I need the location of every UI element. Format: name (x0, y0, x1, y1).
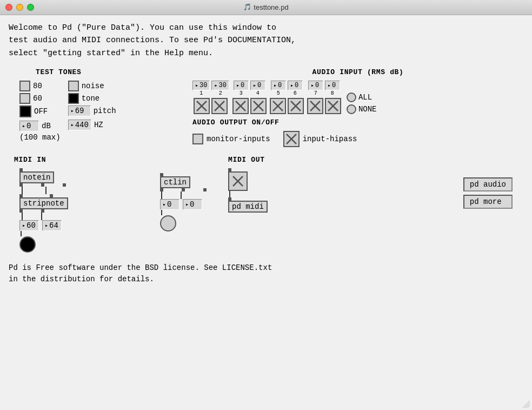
toggle-tone[interactable] (68, 93, 79, 104)
monitor-inputs-checkbox[interactable] (192, 134, 203, 144)
midi-bang[interactable] (19, 236, 36, 253)
minimize-button[interactable] (16, 4, 23, 11)
ch6-numbox[interactable]: 0 (288, 81, 303, 90)
ch7-checkbox[interactable] (307, 98, 323, 114)
midi-in-label: MIDI IN (14, 156, 133, 164)
toggle-80[interactable] (19, 81, 30, 91)
midi-out-label: MIDI OUT (228, 156, 268, 164)
ctlin-wire-2 (181, 191, 182, 199)
window-icon: 🎵 (243, 3, 251, 11)
monitor-inputs-row: monitor-inputs (192, 134, 270, 144)
ch8-wrap: 0 8 (325, 81, 340, 96)
audio-output-section: AUDIO OUTPUT ON/OFF monitor-inputs input… (192, 118, 523, 147)
ctlin-numbox-1[interactable]: 0 (160, 199, 179, 210)
stripnote-object[interactable]: stripnote (19, 197, 68, 209)
ctlin-object[interactable]: ctlin (160, 176, 190, 188)
pd-audio-button[interactable]: pd audio (463, 177, 513, 191)
wire-1 (22, 187, 23, 194)
max-note: (100 max) (19, 133, 61, 142)
input-hipass-checkbox[interactable] (283, 131, 300, 147)
ch3-checkbox[interactable] (232, 98, 249, 114)
ch8-numbox[interactable]: 0 (325, 81, 340, 90)
tone-buttons: 80 60 OFF 0 (19, 81, 61, 142)
toggle-60[interactable] (19, 93, 30, 104)
ch1-checkbox[interactable] (194, 98, 210, 114)
all-row: ALL (347, 92, 372, 102)
midi-numbox-64[interactable]: 64 (42, 220, 62, 231)
audio-output-controls: monitor-inputs input-hipass (192, 131, 523, 147)
stripnote-block: stripnote (19, 194, 133, 213)
none-label: NONE (358, 105, 377, 114)
pd-midi-object[interactable]: pd midi (228, 201, 268, 213)
ctlin-wire-1 (161, 191, 162, 199)
hz-row: 440 HZ (68, 120, 116, 130)
ch6-checkbox[interactable] (288, 98, 304, 114)
ch4-wrap: 0 4 (250, 81, 265, 96)
ctlin-circle[interactable] (160, 215, 176, 232)
ch1-wrap: 30 1 (192, 81, 210, 96)
channel-group-56: 0 5 0 6 (270, 81, 304, 114)
ch5-label: 5 (277, 90, 280, 96)
maximize-button[interactable] (27, 4, 34, 11)
close-button[interactable] (5, 4, 12, 11)
db-numbox[interactable]: 0 (19, 121, 39, 131)
midi-numbox-60[interactable]: 60 (19, 220, 39, 231)
stripnote-wires (21, 213, 133, 220)
ch7-numbox[interactable]: 0 (308, 81, 323, 90)
ch6-label: 6 (294, 90, 297, 96)
ch-numboxes-78: 0 7 0 8 (308, 81, 340, 96)
tone-label: tone (82, 94, 100, 103)
ch5-checkbox[interactable] (270, 98, 286, 114)
right-buttons: pd audio pd more (463, 177, 513, 209)
footer: Pd is Free software under the BSD licens… (9, 262, 523, 286)
midi-numboxes-row: 60 64 (19, 220, 133, 231)
hz-label: HZ (94, 121, 103, 129)
ch7-wrap: 0 7 (308, 81, 323, 96)
ch8-checkbox[interactable] (325, 98, 341, 114)
midi-out-section: MIDI OUT pd midi (228, 156, 268, 213)
midi-out-inner: pd midi (228, 168, 268, 213)
ch4-numbox[interactable]: 0 (250, 81, 265, 90)
midi-in-section: MIDI IN notein (14, 156, 133, 253)
window-title: testtone.pd (254, 3, 288, 11)
tone-row-80: 80 (19, 81, 61, 91)
hz-numbox[interactable]: 440 (68, 120, 91, 130)
ctlin-wire-bot (161, 210, 162, 215)
audio-input-section: AUDIO INPUT (RMS dB) 30 1 30 2 (192, 68, 523, 147)
toggle-off[interactable] (19, 105, 31, 117)
ch3-numbox[interactable]: 0 (234, 81, 249, 90)
ch-numboxes-12: 30 1 30 2 (192, 81, 229, 96)
ch3-label: 3 (240, 90, 243, 96)
notein-object[interactable]: notein (19, 171, 54, 183)
ch2-checkbox[interactable] (211, 98, 228, 114)
audio-output-label: AUDIO OUTPUT ON/OFF (192, 118, 523, 127)
input-hipass-label: input-hipass (303, 135, 357, 143)
toggle-noise[interactable] (68, 81, 79, 91)
pitch-numbox[interactable]: 69 (68, 105, 91, 116)
welcome-line3: select "getting started" in the Help men… (9, 47, 523, 59)
welcome-line2: test audio and MIDI connections. To see … (9, 34, 523, 47)
ch2-wrap: 30 2 (211, 81, 229, 96)
notein-outlet-3 (63, 183, 66, 187)
notein-wires (21, 187, 133, 194)
ch1-numbox[interactable]: 30 (192, 81, 210, 90)
audio-input-label: AUDIO INPUT (RMS dB) (192, 68, 523, 76)
ch2-numbox[interactable]: 30 (211, 81, 229, 90)
ch4-checkbox[interactable] (250, 98, 267, 114)
monitor-inputs-label: monitor-inputs (207, 135, 270, 143)
midi-out-wire (229, 191, 230, 197)
notein-outlets (19, 183, 66, 187)
noise-label: noise (82, 82, 104, 90)
none-radio[interactable] (347, 104, 356, 114)
midi-in-objects: notein (14, 168, 133, 253)
midi-out-checkbox[interactable] (228, 171, 248, 191)
all-radio[interactable] (347, 92, 356, 102)
ctlin-numbox-2[interactable]: 0 (183, 199, 202, 210)
midi-bottom-widgets (19, 236, 133, 253)
ctlin-outlet-2 (182, 188, 185, 191)
all-label: ALL (358, 93, 372, 102)
audio-channels: 30 1 30 2 (192, 81, 523, 114)
pd-more-button[interactable]: pd more (463, 195, 513, 209)
ch5-numbox[interactable]: 0 (271, 81, 286, 90)
resize-handle[interactable] (522, 400, 530, 408)
